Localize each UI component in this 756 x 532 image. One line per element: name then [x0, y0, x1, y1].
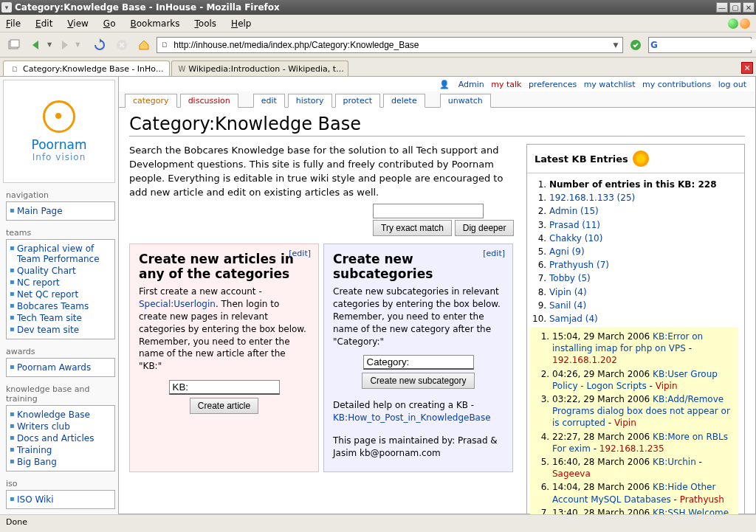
kb-recent-list: 15:04, 29 March 2006 KB:Error on install… [530, 327, 738, 514]
tab-discussion[interactable]: discussion [180, 94, 238, 108]
nav-link[interactable]: Training [17, 445, 52, 455]
special-userlogin-link[interactable]: Special:Userlogin [139, 299, 216, 309]
box-help-text: Detailed help on creating a KB - KB:How_… [333, 399, 504, 424]
tab-unwatch[interactable]: unwatch [440, 94, 491, 108]
link-mytalk[interactable]: my talk [491, 80, 521, 89]
link-preferences[interactable]: preferences [529, 80, 577, 89]
go-button[interactable] [626, 35, 645, 55]
nav-link[interactable]: Dev team site [17, 325, 79, 335]
search-input[interactable] [658, 39, 756, 50]
wiki-sidebar: Poornam Info vision navigation Main Page… [0, 77, 118, 514]
logo-icon [43, 100, 75, 133]
content-area: Poornam Info vision navigation Main Page… [0, 77, 756, 514]
nav-item: Dev team site [10, 324, 111, 336]
link-watchlist[interactable]: my watchlist [584, 80, 636, 89]
status-text: Done [6, 517, 27, 527]
tab-label: Wikipedia:Introduction - Wikipedia, t... [188, 64, 343, 74]
close-tabs-button[interactable]: ✕ [741, 62, 753, 74]
nav-item: Poornam Awards [10, 362, 111, 373]
nav-link[interactable]: Poornam Awards [17, 362, 91, 373]
nav-link[interactable]: ISO Wiki [17, 494, 54, 505]
nav-link[interactable]: Bobcares Teams [17, 301, 89, 311]
nav-link[interactable]: Tech Team site [17, 313, 82, 323]
browser-tab-1[interactable]: 🗋 Category:Knowledge Base - InHo... [3, 61, 170, 76]
menu-edit[interactable]: Edit [35, 18, 52, 29]
url-bar[interactable]: 🗋 ▼ [157, 37, 623, 53]
article-name-input[interactable] [169, 380, 280, 395]
home-button[interactable] [134, 35, 154, 55]
nav-link[interactable]: Net QC report [17, 289, 78, 300]
tab-protect[interactable]: protect [335, 94, 380, 108]
search-engine-icon: G [650, 40, 658, 50]
create-article-button[interactable]: Create article [190, 398, 258, 414]
site-favicon-icon: 🗋 [159, 39, 171, 51]
reload-button[interactable] [90, 35, 109, 55]
portlet-iso: iso ISO Wiki [6, 477, 115, 509]
tab-delete[interactable]: delete [383, 94, 425, 108]
menu-view[interactable]: View [67, 18, 88, 29]
url-input[interactable] [171, 40, 611, 50]
nav-item: Bobcares Teams [10, 300, 111, 312]
user-links: 👤 Admin my talk preferences my watchlist… [439, 80, 746, 89]
nav-link[interactable]: NC report [17, 277, 60, 288]
kb-howto-link[interactable]: KB:How_to_Post_in_KnowledgeBase [333, 412, 491, 423]
create-subcategory-button[interactable]: Create new subcategory [362, 373, 474, 389]
kb-recent-item: 16:40, 28 March 2006 KB:Urchin - Sageeva [552, 455, 734, 480]
search-box[interactable]: G [648, 37, 752, 53]
subcategory-name-input[interactable] [363, 355, 474, 370]
tab-category[interactable]: category [125, 94, 177, 108]
portlet-teams: teams Graphical view of Team Performance… [6, 227, 115, 339]
edit-link[interactable]: [edit] [289, 249, 311, 258]
stop-button[interactable] [112, 35, 131, 55]
menu-bookmarks[interactable]: Bookmarks [130, 18, 179, 29]
menu-tools[interactable]: Tools [195, 18, 217, 29]
menubar: File Edit View Go Bookmarks Tools Help [0, 15, 756, 32]
forward-dropdown[interactable]: ▼ [75, 41, 80, 48]
nav-link[interactable]: Big Bang [17, 457, 57, 467]
nav-link[interactable]: Quality Chart [17, 266, 76, 276]
close-button[interactable]: ✕ [743, 2, 755, 13]
forward-button[interactable] [55, 35, 74, 55]
kb-author: Vipin (4) [549, 286, 738, 299]
nav-link[interactable]: Docs and Articles [17, 433, 94, 443]
nav-link-main-page[interactable]: Main Page [17, 206, 63, 216]
browser-tab-2[interactable]: W Wikipedia:Introduction - Wikipedia, t.… [171, 61, 348, 76]
browser-tabbar: 🗋 Category:Knowledge Base - InHo... W Wi… [0, 58, 756, 77]
logo-text-2: Info vision [32, 152, 86, 162]
edit-link[interactable]: [edit] [483, 249, 505, 258]
kb-recent-item: 15:04, 29 March 2006 KB:Error on install… [552, 330, 734, 367]
menu-file[interactable]: File [6, 18, 21, 29]
back-dropdown[interactable]: ▼ [47, 41, 52, 48]
kb-author: Admin (15) [549, 204, 738, 218]
minimize-button[interactable]: — [716, 2, 728, 13]
nav-link[interactable]: Graphical view of Team Performance [17, 243, 100, 264]
portlet-title: knowledge base and training [6, 383, 115, 405]
dig-deeper-button[interactable]: Dig deeper [455, 220, 515, 236]
menu-go[interactable]: Go [103, 18, 116, 29]
wiki-main: 👤 Admin my talk preferences my watchlist… [118, 77, 756, 514]
site-logo[interactable]: Poornam Info vision [3, 80, 115, 183]
menu-help[interactable]: Help [231, 18, 251, 29]
tab-history[interactable]: history [288, 94, 332, 108]
kb-panel-title: Latest KB Entries [535, 153, 628, 165]
kb-search-input[interactable] [373, 204, 484, 218]
window-titlebar: ▾ Category:Knowledge Base - InHouse - Mo… [0, 0, 756, 15]
kb-article-link[interactable]: KB:Urchin [653, 457, 696, 467]
nav-link[interactable]: Writers club [17, 421, 70, 432]
link-logout[interactable]: log out [718, 80, 746, 89]
url-dropdown[interactable]: ▼ [611, 41, 621, 49]
nav-item: ISO Wiki [10, 494, 111, 505]
nav-link[interactable]: Knowledge Base [17, 410, 90, 420]
new-tab-button[interactable] [4, 35, 24, 55]
back-button[interactable] [27, 35, 46, 55]
tab-edit[interactable]: edit [253, 94, 285, 108]
kb-author-name: Sageeva [552, 469, 591, 479]
link-contributions[interactable]: my contributions [642, 80, 711, 89]
maintainer-text: This page is maintained by: Prasad & Jas… [333, 435, 504, 460]
throbber-icon [728, 18, 738, 29]
maximize-button[interactable]: ▢ [729, 2, 741, 13]
portlet-title: teams [6, 227, 115, 239]
try-exact-match-button[interactable]: Try exact match [373, 220, 452, 236]
browser-statusbar: Done [0, 514, 756, 529]
link-admin[interactable]: Admin [458, 80, 484, 89]
